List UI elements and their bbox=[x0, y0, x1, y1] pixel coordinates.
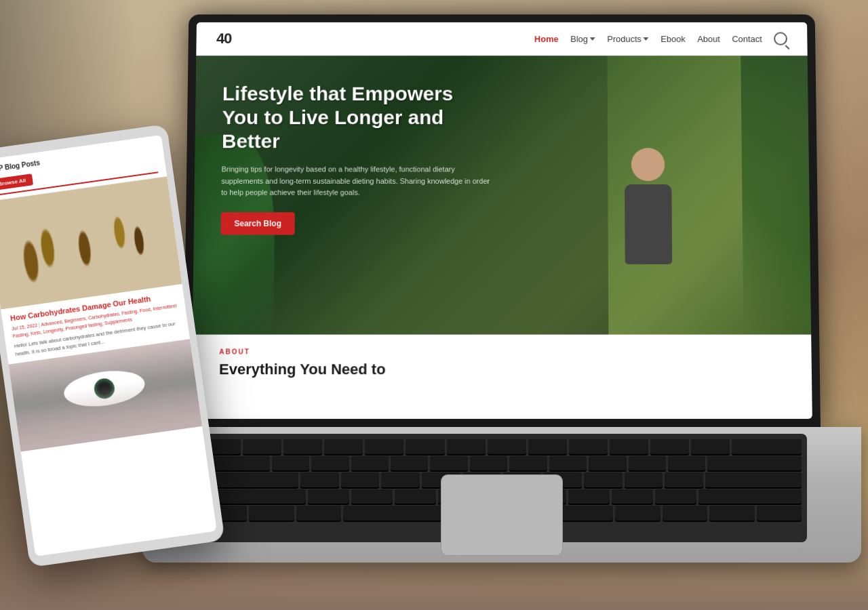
key bbox=[665, 472, 703, 487]
about-section-label: ABOUT bbox=[219, 348, 784, 355]
hero-title: Lifestyle that Empowers You to Live Long… bbox=[222, 82, 490, 153]
nav-ebook[interactable]: Ebook bbox=[660, 34, 685, 43]
laptop-screen-outer: 40 Home Blog Products bbox=[183, 14, 821, 427]
key bbox=[732, 439, 802, 454]
key bbox=[650, 439, 689, 454]
blog-dropdown-arrow bbox=[590, 37, 595, 41]
person-head bbox=[631, 148, 665, 181]
key bbox=[584, 472, 623, 487]
key bbox=[488, 439, 526, 454]
eye-overlay bbox=[13, 372, 202, 451]
key bbox=[549, 456, 587, 471]
key bbox=[668, 456, 705, 471]
products-dropdown-arrow bbox=[644, 37, 649, 41]
person-silhouette bbox=[608, 148, 690, 334]
key bbox=[272, 456, 309, 471]
key bbox=[341, 472, 380, 487]
hero-subtitle: Bringing tips for longevity based on a h… bbox=[221, 164, 490, 199]
search-icon[interactable] bbox=[774, 32, 787, 45]
hero-content: Lifestyle that Empowers You to Live Long… bbox=[220, 82, 490, 235]
site-navbar: 40 Home Blog Products bbox=[196, 22, 807, 56]
site-hero: Lifestyle that Empowers You to Live Long… bbox=[193, 56, 811, 334]
key bbox=[629, 456, 666, 471]
key bbox=[705, 472, 802, 487]
hero-cta-button[interactable]: Search Blog bbox=[220, 212, 294, 235]
nav-blog-label: Blog bbox=[570, 34, 588, 43]
nav-products-with-arrow: Products bbox=[607, 34, 648, 43]
key bbox=[351, 489, 393, 504]
key bbox=[308, 489, 349, 504]
key bbox=[757, 506, 802, 521]
key bbox=[709, 506, 754, 521]
key bbox=[243, 439, 281, 454]
person-torso bbox=[625, 184, 672, 264]
site-logo: 40 bbox=[216, 30, 231, 47]
nav-products[interactable]: Products bbox=[607, 34, 648, 43]
about-section-title: Everything You Need to bbox=[219, 361, 785, 378]
laptop: 40 Home Blog Products bbox=[183, 7, 861, 535]
key bbox=[324, 439, 363, 454]
key bbox=[612, 489, 653, 504]
key bbox=[300, 472, 339, 487]
key bbox=[610, 439, 648, 454]
key bbox=[381, 472, 420, 487]
tablet-blog-post-1: How Carbohydrates Damage Our Health Jul … bbox=[0, 176, 190, 364]
tablet-section-label: TOP Blog Posts bbox=[0, 143, 155, 174]
tablet-browse-button[interactable]: Browse All bbox=[0, 174, 33, 190]
key bbox=[249, 506, 294, 521]
key bbox=[406, 439, 444, 454]
key bbox=[569, 439, 608, 454]
key bbox=[296, 506, 341, 521]
key-row-2 bbox=[202, 456, 802, 471]
key bbox=[589, 456, 626, 471]
trackpad[interactable] bbox=[441, 474, 563, 556]
nav-about[interactable]: About bbox=[697, 34, 720, 43]
key bbox=[509, 456, 547, 471]
key bbox=[698, 489, 802, 504]
key bbox=[395, 489, 436, 504]
key bbox=[625, 472, 663, 487]
key bbox=[283, 439, 322, 454]
laptop-screen: 40 Home Blog Products bbox=[191, 22, 812, 419]
nav-products-label: Products bbox=[607, 34, 642, 43]
nav-home[interactable]: Home bbox=[534, 34, 559, 43]
nav-blog-with-arrow: Blog bbox=[570, 34, 595, 43]
key bbox=[365, 439, 403, 454]
key bbox=[655, 489, 696, 504]
key bbox=[391, 456, 428, 471]
key bbox=[470, 456, 507, 471]
key bbox=[691, 439, 730, 454]
site-about-section: ABOUT Everything You Need to bbox=[192, 335, 812, 392]
laptop-base bbox=[142, 427, 861, 563]
key bbox=[311, 456, 349, 471]
key bbox=[447, 439, 486, 454]
nav-contact[interactable]: Contact bbox=[732, 34, 762, 43]
key bbox=[707, 456, 802, 471]
key bbox=[528, 439, 567, 454]
key bbox=[351, 456, 389, 471]
nav-blog[interactable]: Blog bbox=[570, 34, 595, 43]
key bbox=[568, 489, 610, 504]
key bbox=[663, 506, 707, 521]
key bbox=[615, 506, 660, 521]
plant-right bbox=[741, 56, 811, 334]
key-row-1 bbox=[202, 439, 802, 454]
key bbox=[430, 456, 467, 471]
site-nav-links: Home Blog Products Ebook A bbox=[534, 32, 787, 45]
